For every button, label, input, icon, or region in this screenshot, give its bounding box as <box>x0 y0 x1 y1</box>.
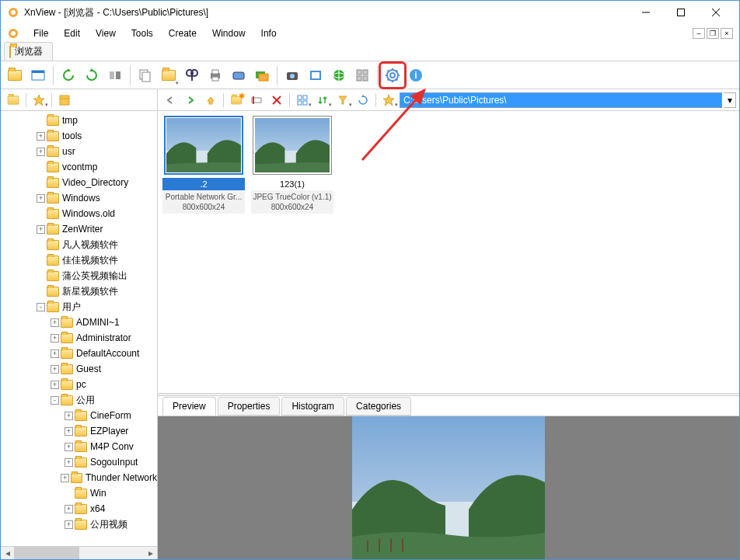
scan-button[interactable] <box>228 64 250 86</box>
expand-icon[interactable]: + <box>51 381 59 389</box>
show-folders-button[interactable] <box>4 92 23 109</box>
tab-properties[interactable]: Properties <box>218 397 281 416</box>
tree-node[interactable]: +pc <box>1 377 157 392</box>
tree-node[interactable]: +usr <box>1 144 157 159</box>
folder-tree[interactable]: tmp+tools+usrvcontmpVideo_Directory+Wind… <box>1 111 158 559</box>
collapse-icon[interactable]: - <box>51 396 59 405</box>
tab-histogram[interactable]: Histogram <box>281 397 344 416</box>
tree-node[interactable]: Windows.old <box>1 206 157 221</box>
print-button[interactable] <box>204 64 226 86</box>
tree-node[interactable]: 新星视频软件 <box>1 283 157 299</box>
thumbnail-card[interactable]: .2 Portable Network Gr...800x600x24 <box>162 116 245 214</box>
tree-node[interactable]: +CineForm <box>1 408 157 423</box>
flip-button[interactable] <box>104 64 126 86</box>
tree-node[interactable]: Win <box>1 485 157 501</box>
add-favorite-button[interactable] <box>379 92 398 109</box>
sort-button[interactable] <box>313 92 332 109</box>
expand-icon[interactable]: + <box>37 148 45 156</box>
info-button[interactable]: i <box>405 64 427 86</box>
tree-node[interactable]: +ADMINI~1 <box>1 315 157 330</box>
menu-tools[interactable]: Tools <box>124 26 161 41</box>
menu-view[interactable]: View <box>88 26 124 41</box>
favorites-button[interactable] <box>30 92 48 109</box>
delete-button[interactable] <box>267 92 286 109</box>
expand-icon[interactable]: + <box>65 412 73 420</box>
tree-node[interactable]: +M4P Conv <box>1 439 157 454</box>
path-dropdown-button[interactable]: ▾ <box>724 92 736 108</box>
expand-icon[interactable]: + <box>65 427 73 436</box>
nav-forward-button[interactable] <box>181 92 200 109</box>
maximize-button[interactable] <box>663 2 698 23</box>
rename-button[interactable] <box>247 92 266 109</box>
tree-node[interactable]: -公用 <box>1 392 157 408</box>
tree-hscrollbar[interactable]: ◂▸ <box>1 546 157 559</box>
menu-file[interactable]: File <box>26 26 56 41</box>
menu-create[interactable]: Create <box>161 26 204 41</box>
expand-icon[interactable]: + <box>65 505 73 513</box>
new-folder-button[interactable]: ✱ <box>227 92 246 109</box>
tree-node[interactable]: +SogouInput <box>1 454 157 470</box>
thumbnail-card[interactable]: 123(1) JPEG TrueColor (v1.1)800x600x24 <box>251 116 333 214</box>
expand-icon[interactable]: + <box>51 334 59 343</box>
tree-node[interactable]: +ZenWriter <box>1 221 157 237</box>
expand-icon[interactable]: + <box>37 194 45 203</box>
tab-browser[interactable]: 浏览器 <box>4 42 53 61</box>
tree-node[interactable]: +Windows <box>1 190 157 206</box>
expand-icon[interactable]: + <box>37 225 45 234</box>
tree-node[interactable]: +DefaultAccount <box>1 346 157 361</box>
minimize-button[interactable] <box>628 2 663 23</box>
expand-icon[interactable]: + <box>51 350 59 358</box>
open-button[interactable] <box>4 64 26 86</box>
slideshow-button[interactable] <box>251 64 273 86</box>
tab-preview[interactable]: Preview <box>162 397 216 416</box>
tree-node[interactable]: -用户 <box>1 299 157 315</box>
tree-node[interactable]: +公用视频 <box>1 517 157 532</box>
expand-icon[interactable]: + <box>65 520 73 529</box>
nav-up-button[interactable] <box>201 92 220 109</box>
tree-node[interactable]: 凡人视频软件 <box>1 237 157 252</box>
expand-icon[interactable]: + <box>37 132 45 141</box>
tree-node[interactable]: +EZPlayer <box>1 423 157 439</box>
filter-button[interactable] <box>333 92 352 109</box>
rotate-left-button[interactable] <box>58 64 79 86</box>
path-input[interactable] <box>400 92 722 108</box>
expand-icon[interactable]: + <box>51 318 59 327</box>
convert-button[interactable] <box>305 64 326 86</box>
tree-node[interactable]: +Guest <box>1 361 157 377</box>
expand-icon[interactable]: + <box>51 365 59 374</box>
view-mode-button[interactable] <box>293 92 312 109</box>
rotate-right-button[interactable] <box>81 64 103 86</box>
folder-dropdown-button[interactable] <box>158 64 180 86</box>
grid-button[interactable] <box>351 64 373 86</box>
refresh-button[interactable] <box>354 92 372 109</box>
tree-node[interactable]: 佳佳视频软件 <box>1 252 157 268</box>
tree-node[interactable]: +Administrator <box>1 330 157 346</box>
expand-icon[interactable]: + <box>61 474 68 482</box>
collapse-icon[interactable]: - <box>37 303 45 311</box>
tree-node[interactable]: +x64 <box>1 501 157 517</box>
tree-node[interactable]: +tools <box>1 128 157 144</box>
tree-node[interactable]: tmp <box>1 113 157 128</box>
mdi-close-button[interactable]: × <box>721 28 733 39</box>
tree-node[interactable]: Video_Directory <box>1 175 157 190</box>
settings-button[interactable] <box>382 64 403 86</box>
tree-node[interactable]: 蒲公英视频输出 <box>1 268 157 283</box>
search-button[interactable] <box>181 64 203 86</box>
menu-info[interactable]: Info <box>253 26 284 41</box>
mdi-restore-button[interactable]: ❐ <box>707 28 719 39</box>
thumbnail-pane[interactable]: .2 Portable Network Gr...800x600x24 123(… <box>158 111 739 393</box>
fullscreen-button[interactable] <box>27 64 49 86</box>
tree-node[interactable]: +Thunder Network <box>1 470 157 485</box>
expand-icon[interactable]: + <box>65 458 73 467</box>
close-button[interactable] <box>698 2 733 23</box>
web-button[interactable] <box>328 64 350 86</box>
menu-window[interactable]: Window <box>204 26 253 41</box>
nav-back-button[interactable] <box>161 92 180 109</box>
tree-node[interactable]: vcontmp <box>1 159 157 175</box>
tab-categories[interactable]: Categories <box>346 397 411 416</box>
copy-button[interactable] <box>134 64 156 86</box>
menu-edit[interactable]: Edit <box>56 26 88 41</box>
capture-button[interactable] <box>281 64 303 86</box>
expand-icon[interactable]: + <box>65 443 73 451</box>
mdi-minimize-button[interactable]: – <box>693 28 705 39</box>
